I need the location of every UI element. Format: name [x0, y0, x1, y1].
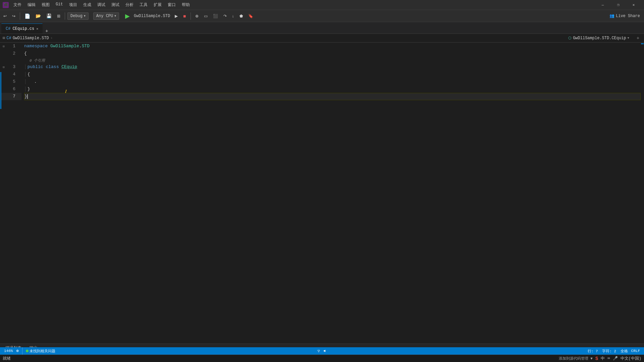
- tab-cequip-label: CEquip.cs: [12, 26, 34, 31]
- separator-3: [191, 12, 191, 20]
- redo-button[interactable]: ↪: [10, 12, 17, 20]
- code-line-1: namespace GwDllSample . STD: [24, 43, 641, 50]
- minimap-indicator: [641, 43, 644, 44]
- filepath-project[interactable]: GwDllSample.STD: [13, 36, 49, 41]
- gutter-line-7: 7: [1, 93, 21, 100]
- live-share-label: Live Share: [616, 14, 640, 18]
- mic-icon[interactable]: 🎤: [613, 356, 618, 361]
- code-editor[interactable]: namespace GwDllSample . STD { 0 个引用 │ pu…: [21, 43, 641, 344]
- live-share-button[interactable]: 👥 Live Share: [607, 13, 643, 18]
- fold-arrow-3[interactable]: ⊟: [1, 63, 6, 71]
- fold-arrow-6: [1, 85, 6, 93]
- vertical-scrollbar[interactable]: [641, 43, 644, 344]
- menu-test[interactable]: 测试: [109, 1, 122, 9]
- minimize-button[interactable]: —: [595, 0, 610, 10]
- filepath-class-dropdown[interactable]: ⬡ GwDllSample.STD.CEquip ▼: [568, 36, 629, 41]
- tab-close-icon[interactable]: ✕: [36, 27, 38, 31]
- text-cursor: [27, 94, 28, 99]
- filepath-arrow-1: ›: [50, 36, 53, 41]
- code-refs-label: 0 个引用: [30, 58, 45, 63]
- undo-button[interactable]: ↩: [1, 12, 9, 20]
- encoding-status[interactable]: CRLF: [630, 349, 641, 353]
- platform-dropdown[interactable]: Any CPU ▼: [93, 12, 119, 20]
- menu-project[interactable]: 项目: [66, 1, 80, 9]
- gutter-line-5: 5: [1, 78, 21, 85]
- separator-2: [65, 12, 65, 20]
- input-method-icon[interactable]: 中: [601, 356, 605, 361]
- save-button[interactable]: 💾: [44, 12, 54, 20]
- language-label[interactable]: 中文(中国): [621, 356, 641, 361]
- code-line-3: │ public class CEquip: [24, 63, 641, 71]
- cursor-indicator: 𝐼: [65, 89, 67, 94]
- debug-config-dropdown[interactable]: Debug ▼: [67, 12, 89, 20]
- tab-cequip[interactable]: C# CEquip.cs ✕: [1, 23, 43, 34]
- class-name: CEquip: [61, 63, 77, 71]
- kw-class: class: [46, 63, 59, 71]
- open-button[interactable]: 📂: [34, 12, 43, 20]
- source-control-label[interactable]: 添加到源代码管理 ▼: [559, 356, 593, 361]
- filepath-bar: ⊞ C# GwDllSample.STD › ⬡ GwDllSample.STD…: [0, 34, 644, 43]
- window-controls[interactable]: — ❐ ✕: [595, 0, 641, 10]
- save-all-button[interactable]: ⊞: [55, 12, 62, 20]
- title-bar: ⬛ 文件 编辑 视图 Git 项目 生成 调试 测试 分析 工具 扩展 窗口 帮…: [0, 0, 644, 10]
- namespace-value: GwDllSample: [50, 43, 79, 50]
- menu-extensions[interactable]: 扩展: [151, 1, 164, 9]
- code-refs-line: 0 个引用: [24, 57, 641, 63]
- new-tab-button[interactable]: +: [44, 28, 49, 34]
- zoom-in-button[interactable]: ⊕: [15, 348, 20, 354]
- emulator-button[interactable]: ⬛: [211, 12, 220, 20]
- app-icon: ⬛: [3, 2, 9, 8]
- row-label: 行: 7: [588, 349, 598, 354]
- menu-tools[interactable]: 工具: [137, 1, 150, 9]
- expand-right-button[interactable]: +: [635, 35, 641, 42]
- scroll-left[interactable]: ◄: [322, 349, 327, 353]
- keyboard-icon[interactable]: ⌨: [607, 356, 610, 361]
- step-over-button[interactable]: ↷: [221, 12, 229, 20]
- menu-analyze[interactable]: 分析: [123, 1, 136, 9]
- maximize-button[interactable]: ❐: [610, 0, 626, 10]
- fold-arrow-1[interactable]: ⊟: [1, 43, 6, 50]
- editor-container: ⊟ 1 2 ⊟ 3 4: [0, 43, 644, 344]
- platform-arrow: ▼: [114, 14, 116, 17]
- breakpoints-button[interactable]: ⬟: [237, 12, 245, 20]
- attach-button[interactable]: ⊕: [193, 12, 201, 20]
- menu-help[interactable]: 帮助: [179, 1, 193, 9]
- code-line-2: {: [24, 50, 641, 57]
- code-line-4: │ {: [24, 71, 641, 78]
- close-button[interactable]: ✕: [626, 0, 641, 10]
- fold-arrow-refs: [1, 57, 6, 64]
- bookmarks-button[interactable]: 🔖: [246, 12, 255, 20]
- menu-build[interactable]: 生成: [80, 1, 94, 9]
- taskbar-right: 添加到源代码管理 ▼ S 中 ⌨ 🎤 中文(中国): [559, 356, 641, 361]
- filter-icon[interactable]: ▽: [316, 349, 321, 354]
- menu-view[interactable]: 视图: [39, 1, 52, 9]
- col-label: 字符: 2: [602, 349, 616, 354]
- filepath-class-label: GwDllSample.STD.CEquip: [573, 36, 626, 41]
- line-gutter: ⊟ 1 2 ⊟ 3 4: [1, 43, 21, 344]
- zoom-level[interactable]: 146%: [3, 349, 14, 353]
- menu-window[interactable]: 窗口: [165, 1, 178, 9]
- menu-bar[interactable]: 文件 编辑 视图 Git 项目 生成 调试 测试 分析 工具 扩展 窗口 帮助: [11, 1, 193, 9]
- gutter-line-1: ⊟ 1: [1, 43, 21, 50]
- menu-debug[interactable]: 调试: [95, 1, 108, 9]
- kw-namespace: namespace: [24, 43, 48, 50]
- kw-public: public: [28, 63, 43, 71]
- menu-git[interactable]: Git: [53, 1, 66, 9]
- stop-button[interactable]: ■: [181, 12, 188, 20]
- menu-file[interactable]: 文件: [11, 1, 24, 9]
- tab-bar: C# CEquip.cs ✕ +: [0, 22, 644, 34]
- run-button[interactable]: ▶: [124, 12, 131, 20]
- tab-file-icon: C#: [6, 26, 10, 31]
- step-in-button[interactable]: ↓: [230, 12, 236, 20]
- filepath-class-arrow: ▼: [628, 37, 629, 40]
- device-button[interactable]: ▭: [202, 12, 210, 20]
- no-issues-status[interactable]: 未找到相关问题: [24, 349, 57, 354]
- file-icon: C#: [6, 36, 11, 41]
- expand-left-icon[interactable]: ⊞: [3, 36, 5, 41]
- menu-edit[interactable]: 编辑: [25, 1, 38, 9]
- new-project-button[interactable]: 📄: [22, 12, 32, 20]
- run-debug-button[interactable]: ▶: [173, 12, 180, 20]
- selection-label: 全格: [621, 349, 628, 354]
- filepath-class-icon: ⬡: [568, 36, 572, 40]
- row-col-status[interactable]: 行: 7 字符: 2 全格: [586, 349, 629, 354]
